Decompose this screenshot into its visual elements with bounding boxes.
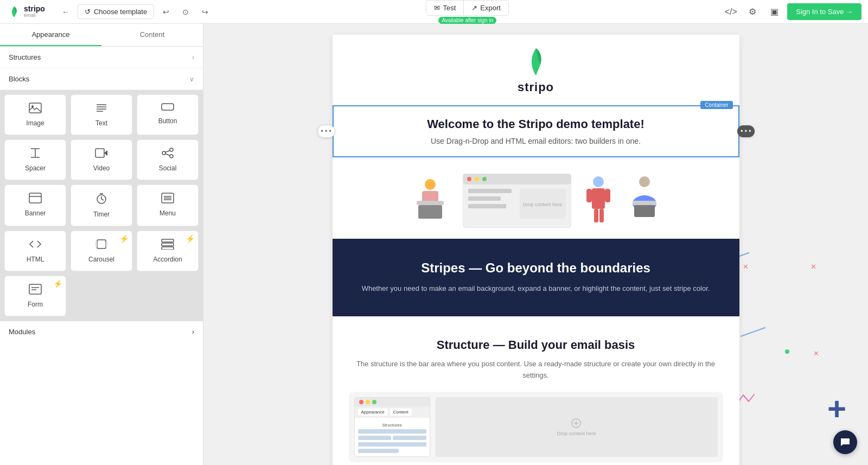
export-button[interactable]: ↗ Export — [464, 1, 508, 15]
video-block-icon — [95, 148, 108, 161]
block-button[interactable]: Button — [137, 94, 199, 135]
button-block-icon — [161, 103, 174, 114]
svg-rect-56 — [586, 189, 592, 202]
carousel-badge: ⚡ — [119, 234, 129, 243]
svg-rect-16 — [29, 193, 41, 203]
svg-point-44 — [467, 177, 471, 181]
stripe-section: Stripes — Go beyond the boundaries Wheth… — [333, 239, 739, 316]
code-view-button[interactable]: </> — [722, 3, 739, 21]
container-label: Container — [700, 101, 732, 109]
svg-rect-10 — [95, 149, 104, 157]
mini-canvas-area: Drop content here — [436, 397, 718, 457]
mini-row-split-1 — [358, 436, 392, 440]
blocks-section-header[interactable]: Blocks ∨ — [0, 68, 203, 90]
illustration-section: Drop content here — [333, 157, 739, 239]
test-button[interactable]: ✉ Test — [426, 1, 464, 15]
block-menu[interactable]: Menu — [137, 184, 199, 226]
nav-center: ✉ Test ↗ Export Available after sign in — [217, 0, 718, 24]
choose-template-button[interactable]: ↺ Choose template — [78, 4, 154, 19]
illustration-person-1 — [409, 174, 452, 228]
tab-appearance[interactable]: Appearance — [0, 24, 101, 46]
decoration-cross-7: ✕ — [813, 349, 819, 358]
test-export-group: ✉ Test ↗ Export Available after sign in — [426, 0, 508, 24]
blocks-chevron: ∨ — [189, 75, 194, 83]
code-icon: </> — [725, 7, 737, 17]
block-form[interactable]: Form ⚡ — [4, 276, 66, 316]
nav-arrows: ← — [58, 4, 73, 20]
export-label: Export — [480, 4, 501, 12]
stripe-title: Stripes — Go beyond the boundaries — [349, 260, 723, 276]
right-dots-menu[interactable]: • • • — [737, 125, 754, 137]
tab-content[interactable]: Content — [101, 24, 203, 46]
choose-template-label: Choose template — [94, 8, 147, 16]
sign-in-button[interactable]: Sign In to Save → — [787, 3, 861, 20]
block-spacer[interactable]: Spacer — [4, 139, 66, 180]
mini-dot-yellow — [366, 400, 370, 404]
redo-button[interactable]: ↪ — [197, 4, 213, 20]
svg-rect-61 — [634, 205, 655, 217]
decoration-cross-6: ✕ — [810, 263, 816, 271]
undo-button[interactable]: ↩ — [158, 4, 174, 20]
logo-subtext: email — [24, 13, 45, 18]
svg-rect-41 — [418, 205, 442, 219]
history-button[interactable]: ⊙ — [178, 4, 193, 20]
mini-structures-label: Structures — [358, 421, 426, 429]
stripe-subtitle: Whether you need to make an email backgr… — [349, 283, 723, 295]
stripo-logo-icon — [7, 4, 22, 20]
text-block-label: Text — [95, 119, 107, 127]
canvas-area[interactable]: ✕ ✕ ✕ ✕ ✕ ✕ ✕ ✕ + + — [203, 24, 868, 465]
block-timer[interactable]: Timer — [71, 184, 132, 226]
block-video[interactable]: Video — [71, 139, 132, 180]
history-icon: ⊙ — [182, 8, 189, 16]
chat-bubble-button[interactable] — [833, 430, 857, 454]
accordion-badge: ⚡ — [186, 234, 195, 243]
structures-section-header[interactable]: Structures › — [0, 47, 203, 68]
mini-dot-red — [359, 400, 363, 404]
device-icon: ▣ — [770, 7, 778, 17]
block-html[interactable]: HTML — [4, 231, 66, 271]
mini-left-panel: Appearance Content Structures — [354, 397, 430, 457]
modules-section-header[interactable]: Modules › — [0, 321, 203, 342]
carousel-block-label: Carousel — [88, 256, 114, 263]
settings-button[interactable]: ⚙ — [744, 3, 761, 21]
svg-rect-57 — [605, 189, 610, 202]
mini-row-3 — [358, 449, 399, 453]
block-banner[interactable]: Banner — [4, 184, 66, 226]
mini-drop-text: Drop content here — [557, 431, 596, 436]
blocks-grid: Image Text Button Spacer — [0, 90, 203, 321]
svg-line-14 — [165, 151, 170, 152]
available-badge: Available after sign in — [438, 17, 496, 24]
welcome-section[interactable]: Container • • • • • • Welcome to the Str… — [333, 105, 739, 157]
svg-rect-26 — [97, 240, 106, 249]
illustration-browser: Drop content here — [463, 174, 571, 228]
chat-icon — [840, 437, 851, 448]
back-icon: ← — [62, 8, 69, 16]
svg-rect-6 — [162, 104, 174, 110]
structure-section: Structure — Build your email basis The s… — [333, 316, 739, 465]
block-social[interactable]: Social — [137, 139, 199, 180]
svg-point-52 — [593, 176, 604, 187]
block-image[interactable]: Image — [4, 94, 66, 135]
block-accordion[interactable]: Accordion ⚡ — [137, 231, 199, 271]
email-logo-area: stripo — [333, 35, 739, 105]
form-badge: ⚡ — [53, 279, 62, 288]
svg-rect-29 — [162, 239, 174, 242]
banner-block-label: Banner — [25, 209, 46, 217]
redo-icon: ↪ — [202, 8, 208, 16]
left-dots-menu[interactable]: • • • — [317, 125, 335, 138]
block-text[interactable]: Text — [71, 94, 132, 135]
mini-row-2 — [358, 442, 426, 447]
svg-rect-27 — [95, 241, 97, 247]
mini-drop-icon — [571, 418, 582, 429]
svg-rect-32 — [29, 284, 41, 294]
structures-label: Structures — [9, 53, 41, 61]
device-preview-button[interactable]: ▣ — [765, 3, 783, 21]
logo: stripo email — [7, 4, 45, 20]
accordion-block-icon — [161, 239, 174, 252]
back-button[interactable]: ← — [58, 4, 73, 20]
block-carousel[interactable]: Carousel ⚡ — [71, 231, 132, 271]
svg-rect-47 — [468, 189, 512, 193]
svg-point-11 — [162, 151, 165, 155]
svg-rect-60 — [633, 201, 656, 205]
menu-block-icon — [161, 193, 174, 206]
